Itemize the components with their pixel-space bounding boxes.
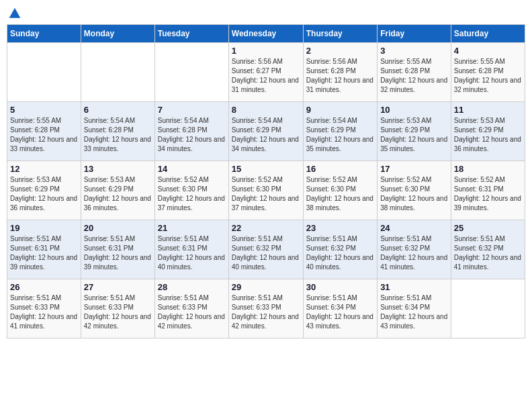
calendar-cell: 18Sunrise: 5:52 AMSunset: 6:31 PMDayligh… bbox=[451, 161, 525, 220]
page-header bbox=[7, 7, 525, 20]
calendar-week-4: 19Sunrise: 5:51 AMSunset: 6:31 PMDayligh… bbox=[7, 220, 525, 279]
day-info: Sunrise: 5:55 AMSunset: 6:28 PMDaylight:… bbox=[380, 57, 448, 95]
calendar-cell: 15Sunrise: 5:52 AMSunset: 6:30 PMDayligh… bbox=[228, 161, 303, 220]
calendar-cell: 28Sunrise: 5:51 AMSunset: 6:33 PMDayligh… bbox=[154, 279, 228, 338]
day-number: 9 bbox=[306, 105, 374, 115]
day-number: 21 bbox=[158, 223, 226, 233]
day-info: Sunrise: 5:54 AMSunset: 6:28 PMDaylight:… bbox=[84, 116, 152, 154]
day-info: Sunrise: 5:52 AMSunset: 6:30 PMDaylight:… bbox=[158, 175, 226, 213]
calendar-cell: 29Sunrise: 5:51 AMSunset: 6:33 PMDayligh… bbox=[228, 279, 303, 338]
day-number: 20 bbox=[84, 223, 152, 233]
calendar-week-3: 12Sunrise: 5:53 AMSunset: 6:29 PMDayligh… bbox=[7, 161, 525, 220]
day-number: 11 bbox=[454, 105, 522, 115]
day-number: 5 bbox=[10, 105, 78, 115]
calendar-cell: 13Sunrise: 5:53 AMSunset: 6:29 PMDayligh… bbox=[81, 161, 154, 220]
day-number: 29 bbox=[232, 282, 300, 292]
day-number: 16 bbox=[306, 164, 374, 174]
day-info: Sunrise: 5:56 AMSunset: 6:27 PMDaylight:… bbox=[232, 57, 300, 95]
header-thursday: Thursday bbox=[303, 25, 377, 43]
calendar-cell: 17Sunrise: 5:52 AMSunset: 6:30 PMDayligh… bbox=[378, 161, 451, 220]
calendar-cell: 26Sunrise: 5:51 AMSunset: 6:33 PMDayligh… bbox=[7, 279, 81, 338]
calendar-cell: 9Sunrise: 5:54 AMSunset: 6:29 PMDaylight… bbox=[303, 102, 377, 161]
day-number: 7 bbox=[158, 105, 226, 115]
day-info: Sunrise: 5:51 AMSunset: 6:34 PMDaylight:… bbox=[306, 293, 374, 331]
day-number: 30 bbox=[306, 282, 374, 292]
calendar-cell: 6Sunrise: 5:54 AMSunset: 6:28 PMDaylight… bbox=[81, 102, 154, 161]
calendar-cell: 12Sunrise: 5:53 AMSunset: 6:29 PMDayligh… bbox=[7, 161, 81, 220]
day-number: 31 bbox=[380, 282, 448, 292]
calendar-cell bbox=[7, 43, 81, 102]
calendar-cell: 20Sunrise: 5:51 AMSunset: 6:31 PMDayligh… bbox=[81, 220, 154, 279]
day-info: Sunrise: 5:52 AMSunset: 6:31 PMDaylight:… bbox=[454, 175, 522, 213]
calendar-week-5: 26Sunrise: 5:51 AMSunset: 6:33 PMDayligh… bbox=[7, 279, 525, 338]
day-info: Sunrise: 5:51 AMSunset: 6:33 PMDaylight:… bbox=[232, 293, 300, 331]
calendar-header-row: SundayMondayTuesdayWednesdayThursdayFrid… bbox=[7, 25, 525, 43]
day-number: 1 bbox=[232, 46, 300, 56]
day-info: Sunrise: 5:52 AMSunset: 6:30 PMDaylight:… bbox=[306, 175, 374, 213]
day-info: Sunrise: 5:53 AMSunset: 6:29 PMDaylight:… bbox=[10, 175, 78, 213]
day-info: Sunrise: 5:54 AMSunset: 6:29 PMDaylight:… bbox=[232, 116, 300, 154]
calendar-cell: 1Sunrise: 5:56 AMSunset: 6:27 PMDaylight… bbox=[228, 43, 303, 102]
day-number: 12 bbox=[10, 164, 78, 174]
day-number: 6 bbox=[84, 105, 152, 115]
calendar-week-1: 1Sunrise: 5:56 AMSunset: 6:27 PMDaylight… bbox=[7, 43, 525, 102]
day-info: Sunrise: 5:53 AMSunset: 6:29 PMDaylight:… bbox=[380, 116, 448, 154]
day-number: 14 bbox=[158, 164, 226, 174]
calendar-cell: 25Sunrise: 5:51 AMSunset: 6:32 PMDayligh… bbox=[451, 220, 525, 279]
day-info: Sunrise: 5:55 AMSunset: 6:28 PMDaylight:… bbox=[454, 57, 522, 95]
calendar-cell: 23Sunrise: 5:51 AMSunset: 6:32 PMDayligh… bbox=[303, 220, 377, 279]
day-info: Sunrise: 5:53 AMSunset: 6:29 PMDaylight:… bbox=[84, 175, 152, 213]
calendar-cell: 30Sunrise: 5:51 AMSunset: 6:34 PMDayligh… bbox=[303, 279, 377, 338]
calendar-cell bbox=[154, 43, 228, 102]
day-info: Sunrise: 5:51 AMSunset: 6:31 PMDaylight:… bbox=[84, 234, 152, 272]
day-info: Sunrise: 5:51 AMSunset: 6:32 PMDaylight:… bbox=[306, 234, 374, 272]
day-number: 22 bbox=[232, 223, 300, 233]
day-number: 26 bbox=[10, 282, 78, 292]
day-info: Sunrise: 5:55 AMSunset: 6:28 PMDaylight:… bbox=[10, 116, 78, 154]
day-info: Sunrise: 5:51 AMSunset: 6:32 PMDaylight:… bbox=[380, 234, 448, 272]
day-number: 28 bbox=[158, 282, 226, 292]
calendar-cell: 21Sunrise: 5:51 AMSunset: 6:31 PMDayligh… bbox=[154, 220, 228, 279]
day-number: 23 bbox=[306, 223, 374, 233]
calendar-cell bbox=[81, 43, 154, 102]
day-number: 19 bbox=[10, 223, 78, 233]
day-number: 15 bbox=[232, 164, 300, 174]
day-info: Sunrise: 5:52 AMSunset: 6:30 PMDaylight:… bbox=[232, 175, 300, 213]
day-number: 18 bbox=[454, 164, 522, 174]
calendar-cell: 19Sunrise: 5:51 AMSunset: 6:31 PMDayligh… bbox=[7, 220, 81, 279]
day-info: Sunrise: 5:51 AMSunset: 6:34 PMDaylight:… bbox=[380, 293, 448, 331]
day-info: Sunrise: 5:51 AMSunset: 6:32 PMDaylight:… bbox=[232, 234, 300, 272]
calendar-cell: 10Sunrise: 5:53 AMSunset: 6:29 PMDayligh… bbox=[378, 102, 451, 161]
logo bbox=[7, 7, 21, 20]
day-info: Sunrise: 5:51 AMSunset: 6:31 PMDaylight:… bbox=[10, 234, 78, 272]
logo-icon bbox=[8, 7, 21, 20]
calendar-week-2: 5Sunrise: 5:55 AMSunset: 6:28 PMDaylight… bbox=[7, 102, 525, 161]
day-info: Sunrise: 5:51 AMSunset: 6:33 PMDaylight:… bbox=[10, 293, 78, 331]
calendar-cell bbox=[451, 279, 525, 338]
header-sunday: Sunday bbox=[7, 25, 81, 43]
calendar-cell: 2Sunrise: 5:56 AMSunset: 6:28 PMDaylight… bbox=[303, 43, 377, 102]
day-number: 13 bbox=[84, 164, 152, 174]
calendar-cell: 27Sunrise: 5:51 AMSunset: 6:33 PMDayligh… bbox=[81, 279, 154, 338]
calendar-cell: 31Sunrise: 5:51 AMSunset: 6:34 PMDayligh… bbox=[378, 279, 451, 338]
header-saturday: Saturday bbox=[451, 25, 525, 43]
calendar-cell: 16Sunrise: 5:52 AMSunset: 6:30 PMDayligh… bbox=[303, 161, 377, 220]
svg-marker-0 bbox=[9, 8, 21, 18]
day-info: Sunrise: 5:52 AMSunset: 6:30 PMDaylight:… bbox=[380, 175, 448, 213]
calendar-cell: 22Sunrise: 5:51 AMSunset: 6:32 PMDayligh… bbox=[228, 220, 303, 279]
header-wednesday: Wednesday bbox=[228, 25, 303, 43]
header-friday: Friday bbox=[378, 25, 451, 43]
day-number: 17 bbox=[380, 164, 448, 174]
day-info: Sunrise: 5:53 AMSunset: 6:29 PMDaylight:… bbox=[454, 116, 522, 154]
day-number: 10 bbox=[380, 105, 448, 115]
day-info: Sunrise: 5:54 AMSunset: 6:28 PMDaylight:… bbox=[158, 116, 226, 154]
calendar-table: SundayMondayTuesdayWednesdayThursdayFrid… bbox=[7, 24, 525, 338]
calendar-cell: 8Sunrise: 5:54 AMSunset: 6:29 PMDaylight… bbox=[228, 102, 303, 161]
header-tuesday: Tuesday bbox=[154, 25, 228, 43]
day-info: Sunrise: 5:56 AMSunset: 6:28 PMDaylight:… bbox=[306, 57, 374, 95]
day-info: Sunrise: 5:51 AMSunset: 6:31 PMDaylight:… bbox=[158, 234, 226, 272]
calendar-cell: 11Sunrise: 5:53 AMSunset: 6:29 PMDayligh… bbox=[451, 102, 525, 161]
day-number: 24 bbox=[380, 223, 448, 233]
day-info: Sunrise: 5:51 AMSunset: 6:32 PMDaylight:… bbox=[454, 234, 522, 272]
calendar-cell: 5Sunrise: 5:55 AMSunset: 6:28 PMDaylight… bbox=[7, 102, 81, 161]
